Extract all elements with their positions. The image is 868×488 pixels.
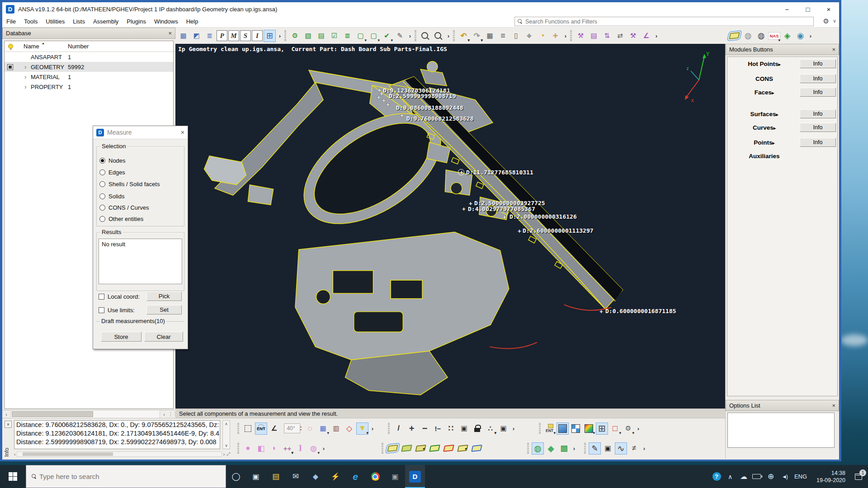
prism-entity-icon[interactable]: ◧ xyxy=(255,442,267,455)
zoom-box-icon[interactable] xyxy=(419,30,431,42)
lasso-icon[interactable]: ◇ xyxy=(343,422,355,435)
facet-points-icon[interactable] xyxy=(415,445,426,452)
menu-item[interactable]: Tools xyxy=(20,18,42,25)
row-checkbox[interactable] xyxy=(7,64,13,70)
section-title[interactable]: Points▸ xyxy=(729,139,800,146)
radio-option[interactable]: Nodes xyxy=(99,156,126,164)
language-indicator[interactable]: ENG xyxy=(791,473,810,480)
mesh-wire-icon[interactable]: ◍ xyxy=(742,30,754,42)
edge-icon[interactable]: e xyxy=(345,465,365,488)
more-icon[interactable]: › xyxy=(407,30,413,42)
database-hscrollbar[interactable]: ‹ › ⋮⋮ xyxy=(2,410,175,418)
mail-icon[interactable]: ✉ xyxy=(286,465,306,488)
title-bar[interactable]: D ANSA v19.1.2 64-bit (D:/MATHEEN/PGHEV/… xyxy=(2,2,839,16)
use-limits-checkbox[interactable] xyxy=(99,307,104,313)
radio-option[interactable]: Shells / Solid facets xyxy=(99,180,160,188)
info-button[interactable]: Info xyxy=(800,109,836,118)
table-row[interactable]: › MATERIAL 1 xyxy=(5,72,173,82)
more-icon[interactable]: › xyxy=(562,30,569,42)
3d-viewport[interactable]: Ip Geometry clean up.igs.ansa, Current P… xyxy=(175,44,725,408)
info-button[interactable]: Info xyxy=(800,88,836,97)
section-title[interactable]: Curves▸ xyxy=(729,124,800,131)
ansa-taskbar-icon[interactable]: D xyxy=(405,465,425,488)
table-row[interactable]: › GEOMETRY 59992 xyxy=(5,62,173,72)
feature-angle-value[interactable]: 40° xyxy=(281,422,303,435)
start-button[interactable] xyxy=(0,465,26,488)
toolbar-grip[interactable] xyxy=(539,423,541,434)
filter-funnel-icon[interactable]: ▼ xyxy=(356,422,368,435)
s-module-icon[interactable]: S xyxy=(240,30,251,41)
set-button[interactable]: Set xyxy=(146,305,182,314)
table-row[interactable]: › PROPERTY 1 xyxy=(5,82,173,92)
add-icon[interactable]: + xyxy=(406,422,418,435)
box-select-icon[interactable] xyxy=(242,422,254,435)
center-target-icon[interactable]: ⌖ xyxy=(523,30,535,42)
search-input[interactable] xyxy=(525,19,811,25)
chrome-icon[interactable] xyxy=(365,465,385,488)
measure-titlebar[interactable]: D Measure × xyxy=(93,126,188,139)
tangent-line-icon[interactable]: ≠ xyxy=(628,442,640,455)
radio-option[interactable]: Solids xyxy=(99,192,124,200)
toolbar-grip[interactable] xyxy=(382,443,383,454)
info-button[interactable]: Info xyxy=(800,138,836,147)
more-icon[interactable]: › xyxy=(571,442,577,455)
section-title[interactable]: Surfaces▸ xyxy=(729,111,800,117)
devices-icon[interactable]: ▢ xyxy=(354,30,367,42)
info-tab[interactable]: Info xyxy=(4,448,10,457)
toolbar-grip[interactable] xyxy=(453,30,455,41)
angle-select-icon[interactable]: ∠ xyxy=(268,422,280,435)
distribute-icon[interactable]: ⇅ xyxy=(601,30,613,42)
close-icon[interactable]: × xyxy=(5,421,12,428)
section-title[interactable]: CONS xyxy=(729,75,800,82)
surface-green-icon[interactable]: ◈ xyxy=(781,30,793,42)
toolbar-grip[interactable] xyxy=(388,423,390,434)
resize-grip-icon[interactable]: ⋮⋮ xyxy=(168,411,175,417)
maximize-button[interactable]: □ xyxy=(797,2,818,16)
help-icon[interactable]: ? xyxy=(710,465,723,488)
facet-cross-icon[interactable] xyxy=(401,445,412,452)
toolbar-grip[interactable] xyxy=(570,30,572,41)
minimize-button[interactable]: − xyxy=(777,2,797,16)
undo-icon[interactable]: ↶ xyxy=(458,30,470,42)
visible-cards-icon[interactable]: ▥ xyxy=(330,422,342,435)
expander-icon[interactable]: › xyxy=(24,63,29,70)
freehand-pen-icon[interactable]: ✎ xyxy=(589,442,601,455)
battery-icon[interactable] xyxy=(750,465,764,488)
menu-item[interactable]: Windows xyxy=(150,18,182,25)
more-icon[interactable]: › xyxy=(510,422,517,435)
connectivity-icon[interactable]: ∴ xyxy=(484,422,496,435)
scroll-thumb[interactable] xyxy=(23,452,113,456)
not-minus-icon[interactable]: !− xyxy=(432,422,444,435)
surface-shaded-icon[interactable] xyxy=(729,32,740,39)
circle-select-icon[interactable]: ◌ xyxy=(304,422,316,435)
info-messages[interactable]: Distance: 9.760068212583628, Dx: 0., Dy:… xyxy=(14,420,220,449)
quad-squares-icon[interactable]: ∷ xyxy=(445,422,457,435)
table-settings-icon[interactable]: ⚙ xyxy=(289,30,301,42)
sphere-entity-icon[interactable]: ● xyxy=(242,442,254,455)
volume-icon[interactable]: ◄) xyxy=(778,465,791,488)
column-number[interactable]: Number xyxy=(68,43,89,50)
box-settings-icon[interactable]: ▧ xyxy=(302,30,314,42)
view-layout-icon[interactable]: ▦ xyxy=(177,30,189,42)
point-square-icon[interactable]: ▣ xyxy=(602,442,614,455)
visibility-bulb-icon[interactable] xyxy=(8,44,13,49)
settings-view-icon[interactable]: ⚙ xyxy=(622,422,634,435)
lock-icon[interactable] xyxy=(471,422,483,435)
options-list[interactable] xyxy=(727,413,835,448)
radio-option[interactable]: Edges xyxy=(99,168,125,176)
screenshot-app-icon[interactable]: ▣ xyxy=(385,465,405,488)
entity-list-icon[interactable]: ≣ xyxy=(203,30,216,42)
database-table-header[interactable]: ▲ Name Number xyxy=(5,41,173,52)
quality-view-icon[interactable] xyxy=(583,422,595,435)
network-globe-icon[interactable]: ⊕ xyxy=(764,465,778,488)
menu-item[interactable]: Help xyxy=(182,18,203,25)
toolbar-grip[interactable] xyxy=(284,30,286,41)
close-icon[interactable]: × xyxy=(832,402,835,409)
m-module-icon[interactable]: M xyxy=(228,30,239,41)
notification-center[interactable]: 1 xyxy=(849,474,868,480)
info-button[interactable]: Info xyxy=(800,74,836,83)
hidden-view-icon[interactable] xyxy=(570,422,582,435)
menu-item[interactable]: File xyxy=(2,18,20,25)
section-title[interactable]: Faces▸ xyxy=(729,89,800,96)
modules-header[interactable]: Modules Buttons × xyxy=(726,44,839,55)
